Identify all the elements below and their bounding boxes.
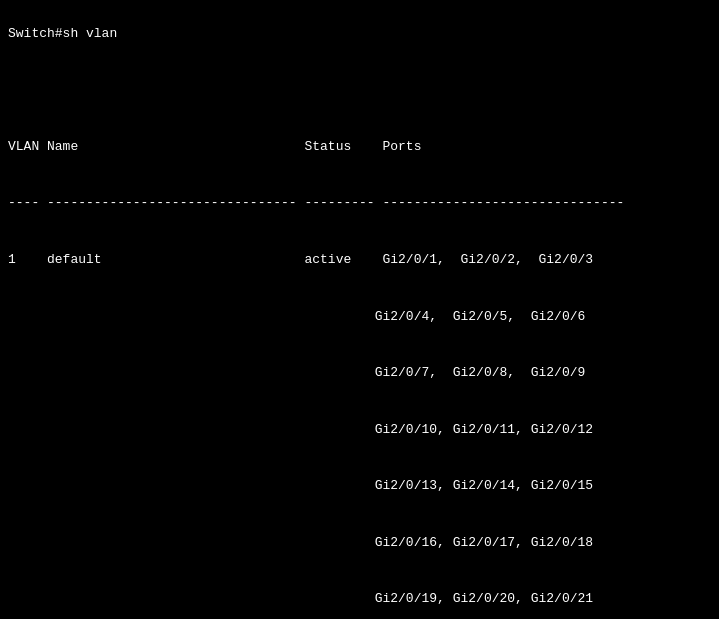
terminal-window: Switch#sh vlan VLAN Name Status Ports --… [8, 6, 711, 613]
terminal-vlan1-ports-6: Gi2/0/16, Gi2/0/17, Gi2/0/18 [8, 535, 593, 550]
terminal-vlan1-ports-7: Gi2/0/19, Gi2/0/20, Gi2/0/21 [8, 591, 593, 606]
terminal-vlan1-ports-1: 1 default active Gi2/0/1, Gi2/0/2, Gi2/0… [8, 252, 593, 267]
terminal-vlan1-ports-2: Gi2/0/4, Gi2/0/5, Gi2/0/6 [8, 309, 585, 324]
terminal-divider-1: ---- -------------------------------- --… [8, 195, 624, 210]
terminal-vlan1-ports-5: Gi2/0/13, Gi2/0/14, Gi2/0/15 [8, 478, 593, 493]
terminal-line-1: Switch#sh vlan [8, 26, 117, 41]
terminal-vlan1-ports-3: Gi2/0/7, Gi2/0/8, Gi2/0/9 [8, 365, 585, 380]
terminal-header-vlan: VLAN Name Status Ports [8, 139, 421, 154]
terminal-vlan1-ports-4: Gi2/0/10, Gi2/0/11, Gi2/0/12 [8, 422, 593, 437]
